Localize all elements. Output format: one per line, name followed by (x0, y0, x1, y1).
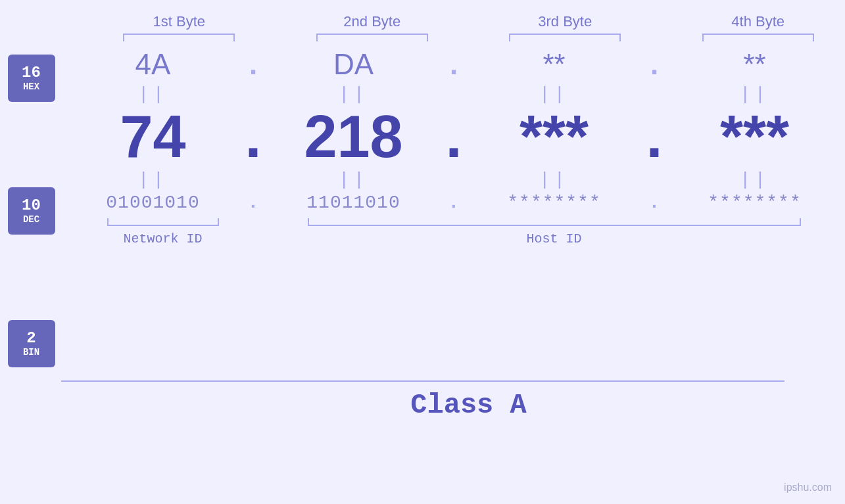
hex-val-4: ** (743, 48, 765, 80)
main-container: 1st Byte 2nd Byte 3rd Byte 4th Byte 16 H… (0, 0, 845, 504)
bin-val-4: ******** (708, 193, 801, 213)
dec-badge: 10 DEC (8, 187, 55, 235)
class-label: Class A (92, 390, 845, 421)
hex-badge-label: HEX (23, 81, 39, 92)
bin-badge-label: BIN (23, 347, 39, 357)
byte-2-header: 2nd Byte (285, 13, 459, 30)
equals-row-1: || || || || (62, 81, 845, 107)
eq2-3: || (464, 170, 644, 190)
eq1-2: || (263, 84, 444, 104)
bin-val-3: ******** (507, 193, 600, 213)
dec-val-2: 218 (304, 104, 402, 170)
bottom-bracket-row (62, 218, 845, 226)
bin-val-1: 01001010 (106, 193, 199, 213)
dec-badge-num: 10 (22, 197, 41, 214)
hex-badge-num: 16 (22, 64, 41, 81)
watermark: ipshu.com (784, 482, 832, 493)
hex-row: 4A . DA . ** . ** (62, 48, 845, 81)
dec-badge-label: DEC (23, 214, 39, 225)
eq1-1: || (62, 84, 243, 104)
hex-val-2: DA (333, 48, 374, 80)
dec-val-1: 74 (120, 104, 185, 170)
class-section: Class A (0, 380, 845, 421)
eq2-4: || (664, 170, 845, 190)
bin-row: 01001010 . 11011010 . ******** . *******… (62, 193, 845, 213)
eq1-3: || (464, 84, 644, 104)
dec-row: 74 . 218 . *** . *** (62, 107, 845, 166)
byte-4-header: 4th Byte (671, 13, 845, 30)
byte-1-header: 1st Byte (92, 13, 266, 30)
byte-3-header: 3rd Byte (478, 13, 652, 30)
bin-badge-num: 2 (26, 330, 36, 347)
bin-badge: 2 BIN (8, 320, 55, 367)
host-id-label: Host ID (526, 231, 581, 246)
class-bracket-line (61, 380, 785, 382)
eq2-1: || (62, 170, 243, 190)
hex-badge: 16 HEX (8, 55, 55, 102)
equals-row-2: || || || || (62, 166, 845, 193)
id-labels-row: Network ID Host ID (62, 231, 845, 246)
header-row: 1st Byte 2nd Byte 3rd Byte 4th Byte (0, 13, 845, 30)
hex-val-1: 4A (135, 48, 171, 80)
bin-val-2: 11011010 (306, 193, 400, 213)
dec-val-4: *** (720, 104, 789, 170)
eq2-2: || (263, 170, 444, 190)
hex-val-3: ** (543, 48, 565, 80)
eq1-4: || (664, 84, 845, 104)
top-bracket-row (0, 34, 845, 41)
data-columns: 4A . DA . ** . ** || || || || 74 (62, 48, 845, 246)
dec-val-3: *** (519, 104, 589, 170)
content-area: 16 HEX 10 DEC 2 BIN 4A . DA . ** (0, 48, 845, 367)
badges-column: 16 HEX 10 DEC 2 BIN (0, 48, 62, 367)
network-id-label: Network ID (123, 231, 202, 246)
